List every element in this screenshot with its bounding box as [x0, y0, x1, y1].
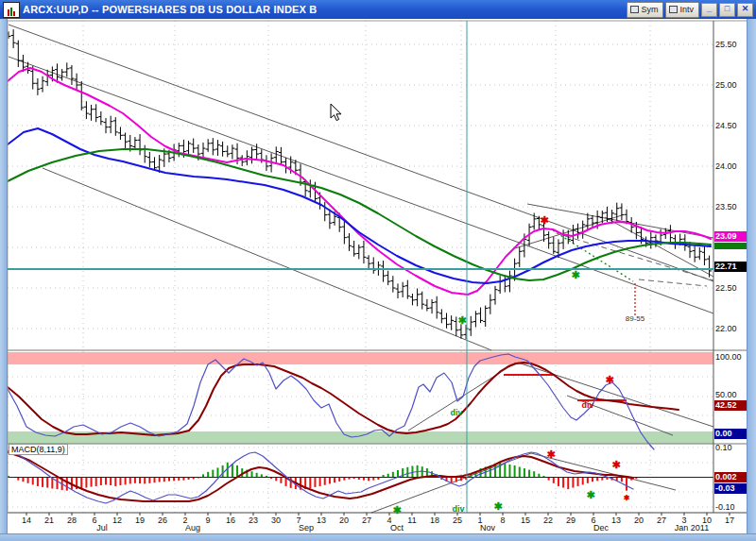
price-tick-label: 24.50 — [715, 121, 747, 130]
month-label: Aug — [185, 523, 200, 533]
macd-panel-label: MACD(8,11,9) — [9, 444, 68, 455]
date-tick-label: 16 — [226, 516, 235, 525]
macd-value-badge: -0.03 — [714, 483, 747, 494]
macd-bottom-label: -0.10 — [715, 502, 747, 512]
date-tick-label: 30 — [271, 516, 281, 525]
date-tick-label: 12 — [112, 516, 122, 525]
price-tick-label: 23.50 — [715, 202, 747, 211]
chart-plot-area[interactable] — [0, 0, 756, 541]
month-label: Sep — [299, 523, 314, 533]
date-tick-label: 19 — [135, 516, 145, 525]
date-tick-label: 10 — [702, 516, 712, 525]
title-bar[interactable]: ARCX:UUP,D -- POWERSHARES DB US DOLLAR I… — [0, 0, 756, 19]
divergence-label: div — [452, 504, 464, 514]
date-tick-label: 20 — [634, 516, 644, 525]
date-tick-label: 25 — [453, 516, 462, 525]
price-tick-label: 25.00 — [715, 80, 747, 90]
asterisk-marker: ✱ — [571, 269, 579, 281]
date-tick-label: 9 — [205, 516, 210, 525]
intv-icon — [669, 6, 678, 13]
date-tick-label: 27 — [657, 516, 666, 525]
asterisk-marker: ✱ — [546, 448, 555, 461]
intv-button[interactable]: Intv — [665, 2, 699, 18]
date-tick-label: 11 — [407, 516, 416, 525]
date-tick-label: 13 — [611, 516, 621, 525]
mouse-cursor — [331, 104, 341, 121]
month-label: Jul — [96, 523, 108, 533]
app-icon — [3, 2, 20, 18]
window-border-left — [0, 19, 8, 533]
date-tick-label: 28 — [67, 516, 77, 525]
date-tick-label: 26 — [158, 516, 167, 525]
stoch-zero-badge: 0.00 — [714, 429, 747, 439]
date-tick-label: 17 — [725, 516, 734, 525]
macd-signal-badge: 0.002 — [714, 472, 747, 482]
window-title: ARCX:UUP,D -- POWERSHARES DB US DOLLAR I… — [23, 4, 318, 15]
date-tick-label: 29 — [566, 516, 576, 525]
last-price-badge: 22.71 — [714, 262, 747, 272]
maximize-button[interactable]: □ — [719, 3, 735, 17]
month-label: Nov — [480, 523, 495, 533]
sym-icon — [630, 6, 639, 13]
stoch-50-label: 50.00 — [715, 390, 747, 399]
date-tick-label: 15 — [521, 516, 530, 525]
asterisk-marker: ✱ — [605, 374, 613, 386]
date-tick-label: 23 — [249, 516, 258, 525]
asterisk-marker: ✱ — [611, 459, 620, 471]
divergence-label: div — [581, 400, 593, 410]
stoch-value-badge: 42.52 — [714, 400, 747, 411]
sym-button[interactable]: Sym — [627, 2, 663, 18]
date-tick-label: 22 — [543, 516, 553, 525]
macd-top-label: 0.10 — [715, 443, 747, 452]
chart-window: ARCX:UUP,D -- POWERSHARES DB US DOLLAR I… — [0, 0, 756, 541]
price-tick-label: 22.50 — [715, 283, 747, 293]
divergence-label: div — [450, 408, 462, 417]
month-label: Oct — [390, 523, 404, 533]
price-tick-label: 22.00 — [715, 324, 747, 333]
window-border-bottom — [0, 533, 756, 541]
fast-ma-badge: 23.09 — [714, 231, 747, 242]
price-tick-label: 24.00 — [715, 161, 747, 171]
asterisk-marker: ✱ — [457, 314, 466, 327]
price-tick-label: 25.50 — [715, 40, 747, 49]
asterisk-marker: ✱ — [392, 504, 401, 516]
date-tick-label: 27 — [362, 516, 371, 525]
window-border-right — [747, 19, 756, 533]
date-tick-label: 14 — [22, 516, 31, 525]
stoch-100-label: 100.00 — [715, 352, 747, 362]
price-target-label: 89-55 — [626, 314, 644, 323]
date-tick-label: 20 — [339, 516, 349, 525]
asterisk-marker: ✱ — [624, 494, 630, 502]
date-tick-label: 21 — [44, 516, 54, 525]
slow-ma-badge — [714, 243, 747, 249]
month-label: Dec — [593, 523, 609, 533]
asterisk-marker: ✱ — [493, 500, 502, 513]
date-tick-label: 13 — [317, 516, 326, 525]
date-tick-label: 8 — [500, 516, 505, 525]
minimize-button[interactable]: _ — [701, 3, 717, 17]
asterisk-marker: ✱ — [586, 489, 594, 501]
date-tick-label: 18 — [430, 516, 439, 525]
asterisk-marker: ✱ — [540, 214, 548, 227]
close-button[interactable]: ✕ — [737, 3, 753, 17]
